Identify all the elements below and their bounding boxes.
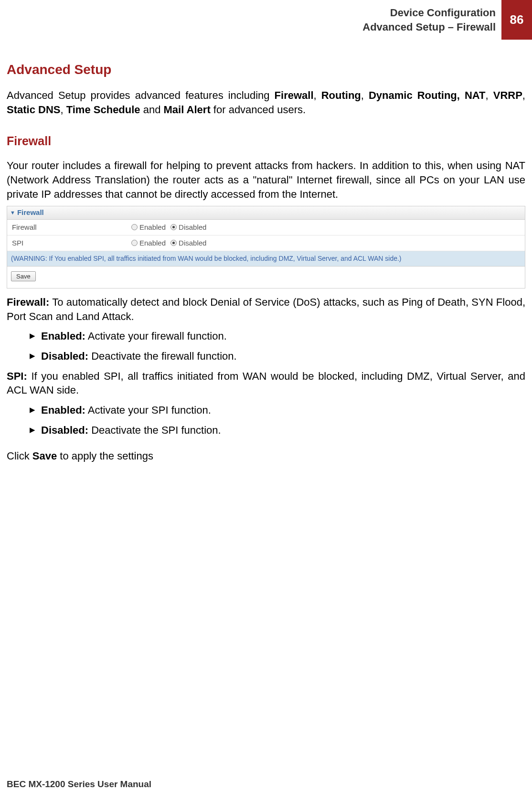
triangle-bullet-icon: ▶ — [30, 423, 35, 437]
section-heading-advanced-setup: Advanced Setup — [7, 61, 525, 79]
spi-controls: Enabled Disabled — [131, 236, 206, 250]
triangle-bullet-icon: ▶ — [30, 349, 35, 363]
page-number: 86 — [501, 0, 532, 40]
spi-option-description: SPI: If you enabled SPI, all traffics in… — [7, 369, 525, 397]
spi-disabled-radio[interactable]: Disabled — [170, 238, 206, 248]
firewall-enabled-radio[interactable]: Enabled — [131, 223, 166, 232]
header-line2: Advanced Setup – Firewall — [362, 20, 496, 34]
firewall-settings-panel: ▼ Firewall Firewall Enabled Disabled SPI — [7, 206, 525, 288]
radio-icon — [170, 224, 177, 230]
bullet-firewall-enabled: ▶ Enabled: Activate your firewall functi… — [30, 329, 525, 343]
save-note: Click Save to apply the settings — [7, 449, 525, 463]
panel-header[interactable]: ▼ Firewall — [7, 206, 525, 219]
radio-icon — [170, 240, 177, 246]
firewall-option-description: Firewall: To automatically detect and bl… — [7, 295, 525, 323]
spi-row: SPI Enabled Disabled — [7, 235, 525, 251]
firewall-bullets: ▶ Enabled: Activate your firewall functi… — [30, 329, 525, 363]
bullet-firewall-disabled: ▶ Disabled: Deactivate the firewall func… — [30, 349, 525, 363]
radio-icon — [131, 240, 138, 246]
bullet-spi-disabled: ▶ Disabled: Deactivate the SPI function. — [30, 423, 525, 438]
radio-icon — [131, 224, 138, 230]
firewall-row: Firewall Enabled Disabled — [7, 220, 525, 235]
footer-manual-title: BEC MX-1200 Series User Manual — [7, 778, 151, 790]
spi-label: SPI — [7, 235, 131, 251]
section-heading-firewall: Firewall — [7, 133, 525, 150]
firewall-label: Firewall — [7, 220, 131, 235]
spi-warning: (WARNING: If You enabled SPI, all traffi… — [7, 251, 525, 267]
header-title-block: Device Configuration Advanced Setup – Fi… — [362, 0, 501, 40]
save-button[interactable]: Save — [11, 271, 36, 281]
save-row: Save — [7, 267, 525, 288]
panel-title: Firewall — [17, 208, 44, 217]
triangle-bullet-icon: ▶ — [30, 329, 35, 342]
triangle-bullet-icon: ▶ — [30, 403, 35, 417]
spi-bullets: ▶ Enabled: Activate your SPI function. ▶… — [30, 403, 525, 437]
intro-paragraph: Advanced Setup provides advanced feature… — [7, 88, 525, 117]
firewall-intro-paragraph: Your router includes a firewall for help… — [7, 159, 525, 201]
bullet-spi-enabled: ▶ Enabled: Activate your SPI function. — [30, 403, 525, 417]
page-header: Device Configuration Advanced Setup – Fi… — [0, 0, 532, 40]
spi-enabled-radio[interactable]: Enabled — [131, 238, 166, 248]
content: Advanced Setup Advanced Setup provides a… — [0, 40, 532, 463]
firewall-controls: Enabled Disabled — [131, 221, 206, 234]
firewall-disabled-radio[interactable]: Disabled — [170, 223, 206, 232]
header-line1: Device Configuration — [362, 6, 496, 20]
collapse-arrow-icon: ▼ — [10, 209, 15, 216]
